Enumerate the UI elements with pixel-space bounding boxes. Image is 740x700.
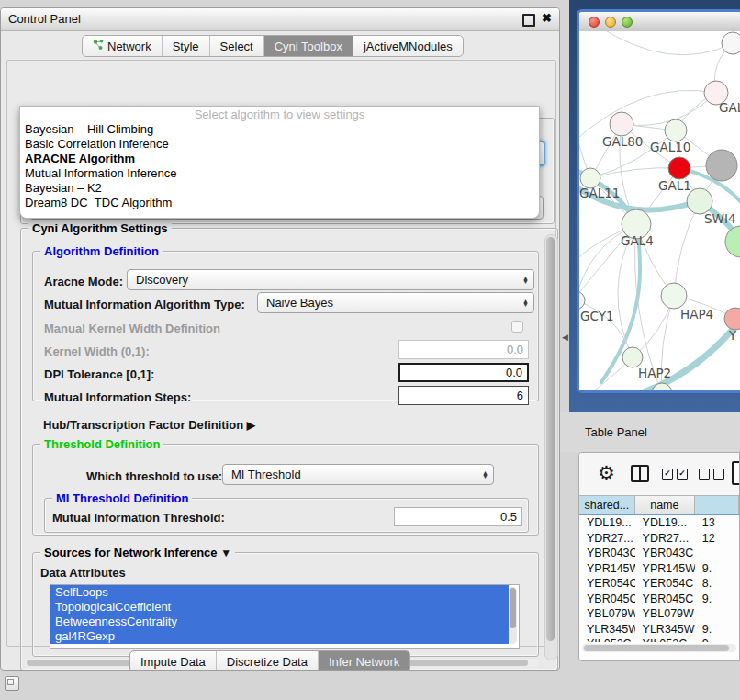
kernel-width-field[interactable]: 0.0 [398,340,529,359]
aracne-mode-combo[interactable]: Discovery ▲▼ [127,269,534,290]
table-row[interactable]: YIL052CYIL052C9. [579,637,739,642]
network-node-gcy1[interactable] [579,291,585,310]
network-edge[interactable] [622,93,716,125]
network-edge[interactable] [674,201,700,296]
tab-label: Cyni Toolbox [275,40,342,53]
mi-threshold-group: MI Threshold Definition Mutual Informati… [44,498,529,533]
network-edge[interactable] [579,90,716,141]
network-canvas[interactable]: GALGAL80GAL10GAL1GAL11SWI4GAL4GCY1HAP4YH… [579,31,740,390]
network-node[interactable] [725,226,740,257]
bottom-tab-bar: Impute DataDiscretize DataInfer Network [129,650,410,671]
node-label: GAL11 [579,186,620,200]
dropdown-item[interactable]: Bayesian – K2 [20,181,539,196]
table-row[interactable]: YBR043CYBR043C [579,546,739,561]
dropdown-item[interactable]: Basic Correlation Inference [20,137,539,152]
bottom-tab-infer-network[interactable]: Infer Network [319,651,409,671]
mi-steps-field[interactable]: 6 [398,386,529,405]
tab-jactivemnodules[interactable]: jActiveMNodules [353,36,463,56]
bottom-tab-discretize-data[interactable]: Discretize Data [217,651,319,671]
which-threshold-value: MI Threshold [231,468,301,481]
dropdown-item[interactable]: Bayesian – Hill Climbing [20,122,539,137]
columns-icon[interactable] [631,465,649,482]
network-node-gal1[interactable] [668,157,690,179]
attribute-list-item[interactable]: gal4RGexp [50,629,509,644]
attribute-list-item[interactable]: SelfLoops [50,585,509,600]
algorithm-definition-group: Algorithm Definition Aracne Mode: Discov… [32,251,539,401]
unchecked-box-icon[interactable] [699,469,710,480]
table-cell: YBL079W [635,606,695,622]
tab-label: Network [107,40,151,53]
mi-threshold-label: Mutual Information Threshold: [52,511,225,525]
attribute-list-item[interactable]: TopologicalCoefficient [50,600,509,615]
manual-kernel-checkbox[interactable] [511,321,523,333]
tab-cyni-toolbox[interactable]: Cyni Toolbox [264,36,353,56]
column-header[interactable] [695,496,739,514]
tab-network[interactable]: Network [83,36,163,56]
network-edge[interactable] [598,31,733,55]
tab-label: Style [173,40,199,53]
dropdown-item[interactable]: Dream8 DC_TDC Algorithm [20,196,539,210]
network-node-y[interactable] [724,308,740,330]
dropdown-item[interactable]: ARACNE Algorithm [20,152,539,166]
settings-vertical-scrollbar[interactable] [544,234,558,660]
restore-panel-icon[interactable] [5,676,19,691]
close-traffic-light-icon[interactable] [589,17,600,28]
bottom-tab-impute-data[interactable]: Impute Data [130,651,217,671]
table-row[interactable]: YBR045CYBR045C9. [579,592,739,607]
network-window-titlebar[interactable] [579,12,740,32]
which-threshold-combo[interactable]: MI Threshold ▲▼ [222,464,494,485]
tab-select[interactable]: Select [210,36,264,56]
column-header[interactable]: shared... [579,496,635,514]
checked-box-icon[interactable]: ✓ [677,469,688,480]
table-cell [695,546,739,561]
document-icon[interactable] [732,461,740,485]
table-row[interactable]: YDL19...YDL19...13 [579,515,739,531]
split-collapse-icon[interactable]: ◀ [562,333,568,342]
network-view-window[interactable]: GALGAL80GAL10GAL1GAL11SWI4GAL4GCY1HAP4YH… [577,9,740,393]
table-cell: YDR27... [635,531,695,547]
table-row[interactable]: YBL079WYBL079W [579,606,739,622]
table-cell: YBL079W [579,606,635,622]
network-node-swi4[interactable] [687,188,712,214]
table-cell: YDL19... [635,515,695,531]
table-cell: YBR043C [579,546,635,561]
network-edge[interactable] [590,168,679,178]
list-scrollbar[interactable] [509,587,517,644]
table-panel-window: ⚙ ✓ ✓ shared...name YDL19...YDL19...13YD… [578,452,740,661]
sources-title-text: Sources for Network Inference [44,546,218,559]
zoom-traffic-light-icon[interactable] [622,17,633,28]
checked-box-icon[interactable]: ✓ [662,469,673,480]
dropdown-placeholder: Select algorithm to view settings [20,107,539,122]
data-attributes-list[interactable]: SelfLoopsTopologicalCoefficientBetweenne… [50,584,520,649]
network-node-gal80[interactable] [610,112,633,136]
table-horizontal-scrollbar[interactable] [582,644,736,652]
network-node-hap2[interactable] [622,347,643,367]
minimize-traffic-light-icon[interactable] [605,17,616,28]
tab-style[interactable]: Style [163,36,210,56]
hub-section-toggle[interactable]: Hub/Transcription Factor Definition ▶ [43,418,255,432]
dropdown-item[interactable]: Mutual Information Inference [20,166,539,181]
close-icon[interactable]: ✖ [542,11,552,25]
unchecked-box-icon[interactable] [713,469,724,480]
attribute-list-item[interactable]: BetweennessCentrality [50,615,509,629]
table-cell: 12 [695,531,739,547]
mi-type-combo[interactable]: Naive Bayes ▲▼ [257,292,534,313]
network-node[interactable] [722,32,740,54]
mi-threshold-field[interactable]: 0.5 [394,507,522,526]
table-cell: YDL19... [579,515,635,531]
network-node[interactable] [706,150,737,181]
table-cell: YDR27... [579,531,635,547]
table-row[interactable]: YDR27...YDR27...12 [579,531,739,547]
float-window-icon[interactable] [522,14,535,27]
table-row[interactable]: YPR145WYPR145W9. [579,561,739,577]
dpi-tolerance-field[interactable]: 0.0 [398,363,529,382]
gear-icon[interactable]: ⚙ [598,464,615,482]
table-row[interactable]: YER054CYER054C8. [579,576,739,592]
network-node-gal10[interactable] [665,119,687,141]
network-node-hap4[interactable] [661,283,687,309]
sources-group-title[interactable]: Sources for Network Inference ▼ [40,546,235,559]
column-header[interactable]: name [635,496,695,514]
table-row[interactable]: YLR345WYLR345W9. [579,622,739,638]
control-panel-titlebar[interactable]: Control Panel ✖ [1,8,559,31]
table-cell: YBR043C [635,546,695,561]
